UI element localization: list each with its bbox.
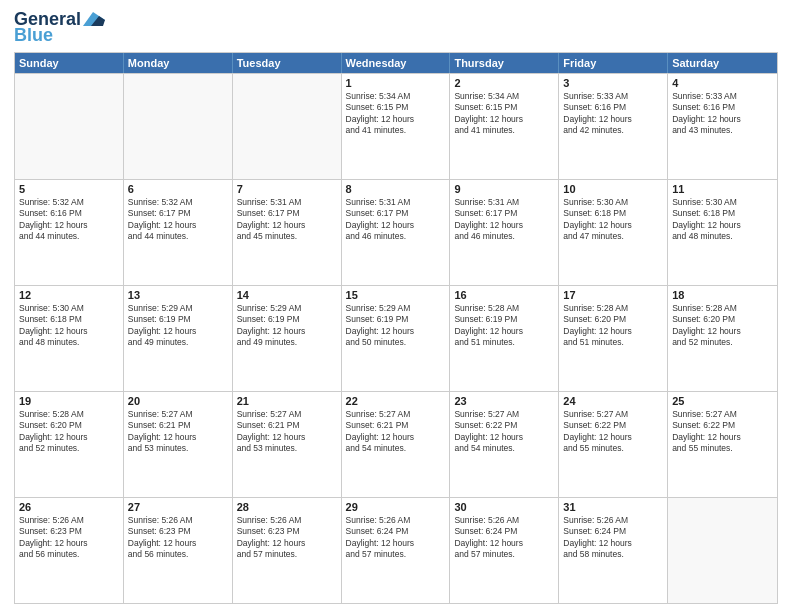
cell-0-6: 4Sunrise: 5:33 AM Sunset: 6:16 PM Daylig…: [668, 74, 777, 179]
day-info: Sunrise: 5:34 AM Sunset: 6:15 PM Dayligh…: [346, 91, 446, 137]
cell-2-6: 18Sunrise: 5:28 AM Sunset: 6:20 PM Dayli…: [668, 286, 777, 391]
day-info: Sunrise: 5:29 AM Sunset: 6:19 PM Dayligh…: [128, 303, 228, 349]
day-number: 19: [19, 395, 119, 407]
week-row-5: 26Sunrise: 5:26 AM Sunset: 6:23 PM Dayli…: [15, 497, 777, 603]
cell-3-5: 24Sunrise: 5:27 AM Sunset: 6:22 PM Dayli…: [559, 392, 668, 497]
calendar-body: 1Sunrise: 5:34 AM Sunset: 6:15 PM Daylig…: [15, 73, 777, 603]
day-info: Sunrise: 5:32 AM Sunset: 6:17 PM Dayligh…: [128, 197, 228, 243]
cell-0-3: 1Sunrise: 5:34 AM Sunset: 6:15 PM Daylig…: [342, 74, 451, 179]
cell-4-1: 27Sunrise: 5:26 AM Sunset: 6:23 PM Dayli…: [124, 498, 233, 603]
day-info: Sunrise: 5:31 AM Sunset: 6:17 PM Dayligh…: [346, 197, 446, 243]
day-info: Sunrise: 5:26 AM Sunset: 6:23 PM Dayligh…: [128, 515, 228, 561]
day-number: 8: [346, 183, 446, 195]
day-number: 15: [346, 289, 446, 301]
cell-2-3: 15Sunrise: 5:29 AM Sunset: 6:19 PM Dayli…: [342, 286, 451, 391]
day-info: Sunrise: 5:27 AM Sunset: 6:22 PM Dayligh…: [454, 409, 554, 455]
day-info: Sunrise: 5:33 AM Sunset: 6:16 PM Dayligh…: [672, 91, 773, 137]
day-info: Sunrise: 5:30 AM Sunset: 6:18 PM Dayligh…: [563, 197, 663, 243]
day-info: Sunrise: 5:26 AM Sunset: 6:24 PM Dayligh…: [346, 515, 446, 561]
cell-2-5: 17Sunrise: 5:28 AM Sunset: 6:20 PM Dayli…: [559, 286, 668, 391]
day-info: Sunrise: 5:26 AM Sunset: 6:23 PM Dayligh…: [19, 515, 119, 561]
cell-4-4: 30Sunrise: 5:26 AM Sunset: 6:24 PM Dayli…: [450, 498, 559, 603]
cell-0-2: [233, 74, 342, 179]
header-wednesday: Wednesday: [342, 53, 451, 73]
cell-4-5: 31Sunrise: 5:26 AM Sunset: 6:24 PM Dayli…: [559, 498, 668, 603]
logo-icon: [83, 12, 105, 26]
logo: General Blue: [14, 10, 105, 46]
day-number: 18: [672, 289, 773, 301]
cell-3-0: 19Sunrise: 5:28 AM Sunset: 6:20 PM Dayli…: [15, 392, 124, 497]
day-number: 4: [672, 77, 773, 89]
day-info: Sunrise: 5:31 AM Sunset: 6:17 PM Dayligh…: [454, 197, 554, 243]
cell-1-0: 5Sunrise: 5:32 AM Sunset: 6:16 PM Daylig…: [15, 180, 124, 285]
day-number: 1: [346, 77, 446, 89]
day-number: 24: [563, 395, 663, 407]
day-info: Sunrise: 5:31 AM Sunset: 6:17 PM Dayligh…: [237, 197, 337, 243]
week-row-2: 5Sunrise: 5:32 AM Sunset: 6:16 PM Daylig…: [15, 179, 777, 285]
cell-1-6: 11Sunrise: 5:30 AM Sunset: 6:18 PM Dayli…: [668, 180, 777, 285]
day-number: 21: [237, 395, 337, 407]
day-info: Sunrise: 5:27 AM Sunset: 6:22 PM Dayligh…: [563, 409, 663, 455]
cell-4-3: 29Sunrise: 5:26 AM Sunset: 6:24 PM Dayli…: [342, 498, 451, 603]
day-info: Sunrise: 5:28 AM Sunset: 6:20 PM Dayligh…: [19, 409, 119, 455]
day-number: 11: [672, 183, 773, 195]
day-number: 12: [19, 289, 119, 301]
day-info: Sunrise: 5:30 AM Sunset: 6:18 PM Dayligh…: [19, 303, 119, 349]
day-info: Sunrise: 5:28 AM Sunset: 6:20 PM Dayligh…: [672, 303, 773, 349]
cell-0-1: [124, 74, 233, 179]
day-number: 3: [563, 77, 663, 89]
day-number: 20: [128, 395, 228, 407]
day-info: Sunrise: 5:27 AM Sunset: 6:21 PM Dayligh…: [237, 409, 337, 455]
cell-3-2: 21Sunrise: 5:27 AM Sunset: 6:21 PM Dayli…: [233, 392, 342, 497]
header: General Blue: [14, 10, 778, 46]
day-info: Sunrise: 5:26 AM Sunset: 6:23 PM Dayligh…: [237, 515, 337, 561]
day-number: 29: [346, 501, 446, 513]
day-number: 27: [128, 501, 228, 513]
cell-4-2: 28Sunrise: 5:26 AM Sunset: 6:23 PM Dayli…: [233, 498, 342, 603]
calendar: Sunday Monday Tuesday Wednesday Thursday…: [14, 52, 778, 604]
day-info: Sunrise: 5:28 AM Sunset: 6:19 PM Dayligh…: [454, 303, 554, 349]
day-info: Sunrise: 5:27 AM Sunset: 6:21 PM Dayligh…: [346, 409, 446, 455]
day-number: 16: [454, 289, 554, 301]
day-number: 10: [563, 183, 663, 195]
cell-2-0: 12Sunrise: 5:30 AM Sunset: 6:18 PM Dayli…: [15, 286, 124, 391]
day-number: 13: [128, 289, 228, 301]
cell-1-4: 9Sunrise: 5:31 AM Sunset: 6:17 PM Daylig…: [450, 180, 559, 285]
cell-2-1: 13Sunrise: 5:29 AM Sunset: 6:19 PM Dayli…: [124, 286, 233, 391]
day-info: Sunrise: 5:27 AM Sunset: 6:22 PM Dayligh…: [672, 409, 773, 455]
day-number: 6: [128, 183, 228, 195]
day-info: Sunrise: 5:28 AM Sunset: 6:20 PM Dayligh…: [563, 303, 663, 349]
cell-2-4: 16Sunrise: 5:28 AM Sunset: 6:19 PM Dayli…: [450, 286, 559, 391]
day-info: Sunrise: 5:29 AM Sunset: 6:19 PM Dayligh…: [346, 303, 446, 349]
header-saturday: Saturday: [668, 53, 777, 73]
header-friday: Friday: [559, 53, 668, 73]
page: General Blue Sunday Monday Tuesday Wedne…: [0, 0, 792, 612]
day-number: 23: [454, 395, 554, 407]
day-number: 5: [19, 183, 119, 195]
cell-0-0: [15, 74, 124, 179]
cell-3-1: 20Sunrise: 5:27 AM Sunset: 6:21 PM Dayli…: [124, 392, 233, 497]
header-tuesday: Tuesday: [233, 53, 342, 73]
cell-1-1: 6Sunrise: 5:32 AM Sunset: 6:17 PM Daylig…: [124, 180, 233, 285]
cell-2-2: 14Sunrise: 5:29 AM Sunset: 6:19 PM Dayli…: [233, 286, 342, 391]
cell-1-5: 10Sunrise: 5:30 AM Sunset: 6:18 PM Dayli…: [559, 180, 668, 285]
week-row-4: 19Sunrise: 5:28 AM Sunset: 6:20 PM Dayli…: [15, 391, 777, 497]
cell-3-4: 23Sunrise: 5:27 AM Sunset: 6:22 PM Dayli…: [450, 392, 559, 497]
cell-3-6: 25Sunrise: 5:27 AM Sunset: 6:22 PM Dayli…: [668, 392, 777, 497]
day-info: Sunrise: 5:33 AM Sunset: 6:16 PM Dayligh…: [563, 91, 663, 137]
day-info: Sunrise: 5:29 AM Sunset: 6:19 PM Dayligh…: [237, 303, 337, 349]
day-info: Sunrise: 5:30 AM Sunset: 6:18 PM Dayligh…: [672, 197, 773, 243]
calendar-header: Sunday Monday Tuesday Wednesday Thursday…: [15, 53, 777, 73]
day-info: Sunrise: 5:26 AM Sunset: 6:24 PM Dayligh…: [563, 515, 663, 561]
cell-0-4: 2Sunrise: 5:34 AM Sunset: 6:15 PM Daylig…: [450, 74, 559, 179]
day-info: Sunrise: 5:26 AM Sunset: 6:24 PM Dayligh…: [454, 515, 554, 561]
day-number: 26: [19, 501, 119, 513]
header-monday: Monday: [124, 53, 233, 73]
cell-3-3: 22Sunrise: 5:27 AM Sunset: 6:21 PM Dayli…: [342, 392, 451, 497]
cell-4-6: [668, 498, 777, 603]
day-number: 17: [563, 289, 663, 301]
header-thursday: Thursday: [450, 53, 559, 73]
day-number: 31: [563, 501, 663, 513]
cell-1-2: 7Sunrise: 5:31 AM Sunset: 6:17 PM Daylig…: [233, 180, 342, 285]
day-number: 7: [237, 183, 337, 195]
